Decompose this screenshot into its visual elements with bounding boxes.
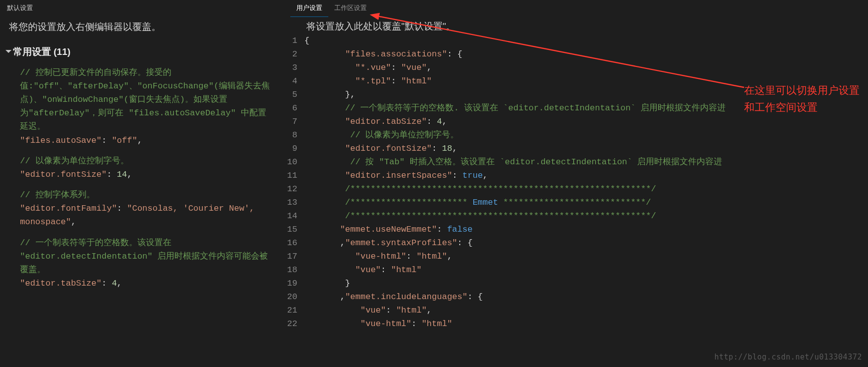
default-settings-panel: 默认设置 将您的设置放入右侧编辑器以覆盖。 常用设置 (11) // 控制已更新…: [0, 0, 284, 367]
code-line[interactable]: // 一个制表符等于的空格数. 该设置在 `editor.detectInden…: [304, 101, 868, 115]
line-number: 2: [284, 47, 304, 61]
user-settings-hint: 将设置放入此处以覆盖"默认设置"。: [284, 17, 868, 34]
line-number: 19: [284, 277, 304, 290]
code-line[interactable]: // 按 "Tab" 时插入空格。该设置在 `editor.detectInde…: [304, 155, 868, 169]
line-number: 3: [284, 61, 304, 74]
default-settings-hint: 将您的设置放入右侧编辑器以覆盖。: [0, 16, 284, 43]
code-line[interactable]: ,"emmet.includeLanguages": {: [304, 290, 868, 304]
setting-entry[interactable]: "files.autoSave": "off",: [20, 134, 271, 147]
line-number: 6: [284, 101, 304, 115]
line-number: 10: [284, 155, 304, 169]
settings-tabs: 用户设置 工作区设置: [284, 0, 868, 17]
settings-editor[interactable]: 12345678910111213141516171819202122 { "f…: [284, 34, 868, 367]
line-number: 18: [284, 263, 304, 277]
setting-comment: // 以像素为单位控制字号。: [20, 154, 271, 168]
line-number: 14: [284, 209, 304, 223]
setting-entry[interactable]: "editor.fontSize": 14,: [20, 168, 271, 181]
line-number: 16: [284, 236, 304, 250]
line-number: 4: [284, 74, 304, 88]
code-line[interactable]: /***************************************…: [304, 209, 868, 223]
code-line[interactable]: "*.vue": "vue",: [304, 61, 868, 74]
common-settings-header[interactable]: 常用设置 (11): [0, 43, 284, 65]
line-number: 11: [284, 169, 304, 182]
code-line[interactable]: "vue": "html",: [304, 304, 868, 317]
code-area[interactable]: { "files.associations": { "*.vue": "vue"…: [304, 34, 868, 367]
code-line[interactable]: }: [304, 277, 868, 290]
code-line[interactable]: ,"emmet.syntaxProfiles": {: [304, 236, 868, 250]
code-line[interactable]: "editor.insertSpaces": true,: [304, 169, 868, 182]
code-line[interactable]: /*********************** Emmet *********…: [304, 196, 868, 209]
code-line[interactable]: "vue-html": "html",: [304, 250, 868, 263]
line-number: 7: [284, 115, 304, 128]
code-line[interactable]: {: [304, 34, 868, 47]
setting-entry[interactable]: "editor.tabSize": 4,: [20, 277, 271, 290]
line-number: 15: [284, 223, 304, 236]
tab-user-settings[interactable]: 用户设置: [290, 0, 328, 17]
chevron-down-icon: [5, 50, 11, 53]
user-settings-panel: 用户设置 工作区设置 将设置放入此处以覆盖"默认设置"。 12345678910…: [284, 0, 868, 367]
line-number: 12: [284, 182, 304, 196]
line-number: 17: [284, 250, 304, 263]
line-number: 1: [284, 34, 304, 47]
code-line[interactable]: "files.associations": {: [304, 47, 868, 61]
code-line[interactable]: "*.tpl": "html": [304, 74, 868, 88]
code-line[interactable]: "emmet.useNewEmmet": false: [304, 223, 868, 236]
line-number: 21: [284, 304, 304, 317]
setting-comment: // 控制已更新文件的自动保存。接受的值:"off"、"afterDelay"、…: [20, 66, 271, 134]
setting-entry[interactable]: "editor.fontFamily": "Consolas, 'Courier…: [20, 202, 271, 229]
line-number-gutter: 12345678910111213141516171819202122: [284, 34, 304, 367]
line-number: 8: [284, 128, 304, 142]
code-line[interactable]: "editor.fontSize": 18,: [304, 142, 868, 155]
code-line[interactable]: /***************************************…: [304, 182, 868, 196]
code-line[interactable]: "editor.tabSize": 4,: [304, 115, 868, 128]
settings-split-view: 默认设置 将您的设置放入右侧编辑器以覆盖。 常用设置 (11) // 控制已更新…: [0, 0, 868, 367]
setting-comment: // 控制字体系列。: [20, 188, 271, 202]
setting-comment: // 一个制表符等于的空格数。该设置在 "editor.detectIndent…: [20, 236, 271, 277]
default-settings-body[interactable]: // 控制已更新文件的自动保存。接受的值:"off"、"afterDelay"、…: [0, 66, 284, 367]
line-number: 5: [284, 88, 304, 101]
code-line[interactable]: "vue": "html": [304, 263, 868, 277]
line-number: 20: [284, 290, 304, 304]
code-line[interactable]: // 以像素为单位控制字号。: [304, 128, 868, 142]
section-label: 常用设置 (11): [13, 46, 70, 57]
panel-title: 默认设置: [0, 0, 284, 16]
line-number: 22: [284, 317, 304, 331]
line-number: 13: [284, 196, 304, 209]
code-line[interactable]: "vue-html": "html": [304, 317, 868, 331]
tab-workspace-settings[interactable]: 工作区设置: [328, 0, 373, 17]
code-line[interactable]: },: [304, 88, 868, 101]
line-number: 9: [284, 142, 304, 155]
